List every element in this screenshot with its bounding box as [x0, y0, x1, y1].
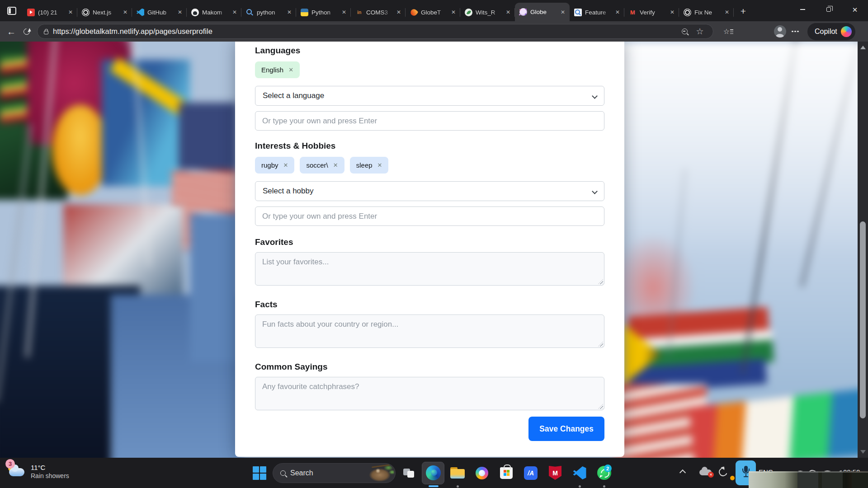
featuredoc-favicon-icon — [574, 9, 582, 16]
browser-tab[interactable]: Globe✕ — [515, 3, 570, 21]
zoom-out-button[interactable] — [677, 24, 692, 39]
tab-close-icon[interactable]: ✕ — [450, 9, 457, 16]
tab-close-icon[interactable]: ✕ — [560, 9, 566, 16]
tab-title: python — [257, 9, 283, 16]
browser-tab[interactable]: (10) 21✕ — [23, 3, 77, 21]
copilot-label: Copilot — [815, 28, 837, 36]
tab-actions-button[interactable] — [3, 2, 21, 20]
browser-toolbar: ← https://globetalkatm.netlify.app/pages… — [0, 21, 868, 42]
taskbar-app-a-button[interactable]: /A — [519, 462, 542, 484]
sync-status-dot — [730, 476, 735, 480]
tab-close-icon[interactable]: ✕ — [286, 9, 292, 16]
star-icon: ☆ — [696, 27, 703, 36]
close-button[interactable]: ✕ — [842, 0, 868, 19]
favorites-textarea[interactable] — [255, 252, 604, 286]
new-tab-button[interactable]: + — [736, 4, 751, 19]
taskbar-mcafee-button[interactable]: M — [544, 462, 566, 484]
copilot-button[interactable]: Copilot — [807, 23, 855, 40]
browser-tab[interactable]: Wits_R✕ — [460, 3, 515, 21]
tab-actions-icon — [7, 7, 16, 15]
weather-temperature: 11°C — [31, 463, 69, 472]
browser-tab[interactable]: python✕ — [241, 3, 296, 21]
taskbar-vscode-button[interactable] — [568, 462, 591, 484]
refresh-button[interactable] — [19, 24, 34, 39]
sync-icon[interactable] — [717, 466, 729, 478]
scroll-down-arrow-icon[interactable] — [860, 450, 866, 454]
tab-close-icon[interactable]: ✕ — [231, 9, 238, 16]
tab-close-icon[interactable]: ✕ — [67, 9, 74, 16]
browser-tab[interactable]: Fix Ne✕ — [679, 3, 734, 21]
taskbar-edge-button[interactable] — [422, 462, 444, 484]
tab-close-icon[interactable]: ✕ — [505, 9, 511, 16]
taskbar-whatsapp-button[interactable]: 2 — [593, 462, 615, 484]
open-app-dot — [457, 485, 459, 488]
scrollbar-thumb[interactable] — [860, 221, 866, 418]
microsoft-store-icon — [500, 467, 513, 479]
settings-menu-button[interactable] — [788, 24, 803, 39]
sayings-textarea[interactable] — [255, 377, 604, 410]
save-changes-button[interactable]: Save Changes — [528, 417, 604, 441]
remove-tag-icon[interactable]: ✕ — [283, 162, 288, 168]
search-highlight-image — [368, 464, 394, 483]
refresh-icon — [22, 27, 31, 36]
profile-button[interactable] — [772, 24, 788, 39]
maximize-button[interactable] — [816, 0, 842, 19]
search-favicon-icon — [246, 9, 254, 16]
facts-textarea[interactable] — [255, 314, 604, 348]
leaf-favicon-icon — [465, 9, 472, 16]
tab-close-icon[interactable]: ✕ — [396, 9, 402, 16]
tab-close-icon[interactable]: ✕ — [669, 9, 675, 16]
tab-title: Wits_R — [476, 9, 502, 16]
task-view-button[interactable] — [397, 462, 420, 484]
onedrive-icon[interactable]: ✕ — [699, 469, 712, 475]
url-text[interactable]: https://globetalkatm.netlify.app/pages/u… — [53, 27, 677, 36]
browser-tab[interactable]: Makom✕ — [187, 3, 241, 21]
language-select-value: Select a language — [263, 91, 324, 100]
weather-widget[interactable]: 3 11°C Rain showers — [7, 462, 69, 481]
start-button[interactable] — [248, 462, 271, 484]
language-custom-input[interactable] — [255, 111, 604, 131]
tab-title: Python — [311, 9, 338, 16]
windows-logo-icon — [253, 466, 266, 480]
remove-tag-icon[interactable]: ✕ — [288, 67, 293, 73]
screen: (10) 21✕Next.js✕GitHub✕Makom✕python✕Pyth… — [0, 0, 868, 488]
vertical-scrollbar[interactable] — [858, 42, 868, 458]
favorite-button[interactable]: ☆ — [692, 24, 708, 39]
mcafee-shield-icon: M — [549, 466, 561, 480]
hobby-tags: rugby✕soccer\✕sleep✕ — [255, 157, 604, 174]
tab-title: Fix Ne — [694, 9, 721, 16]
browser-tab[interactable]: Next.js✕ — [77, 3, 132, 21]
tab-close-icon[interactable]: ✕ — [177, 9, 183, 16]
browser-tab[interactable]: Verify✕ — [624, 3, 679, 21]
remove-tag-icon[interactable]: ✕ — [377, 162, 382, 168]
tray-chevron-up-icon[interactable] — [679, 469, 686, 476]
taskbar-explorer-button[interactable] — [446, 462, 469, 484]
tab-title: (10) 21 — [38, 9, 64, 16]
hobby-custom-input[interactable] — [255, 206, 604, 226]
language-select[interactable]: Select a language — [255, 86, 604, 106]
taskbar-search[interactable]: Search — [273, 463, 396, 483]
browser-tab[interactable]: GlobeT✕ — [406, 3, 460, 21]
browser-tab[interactable]: Python✕ — [296, 3, 351, 21]
browser-tab[interactable]: inCOMS3✕ — [351, 3, 406, 21]
tab-close-icon[interactable]: ✕ — [614, 9, 621, 16]
tab-close-icon[interactable]: ✕ — [341, 9, 347, 16]
favorites-bar-button[interactable]: ☆ — [719, 24, 734, 39]
back-button[interactable]: ← — [4, 24, 19, 39]
taskbar-copilot-button[interactable] — [471, 462, 493, 484]
hobby-select[interactable]: Select a hobby — [255, 181, 604, 201]
hobby-tag: rugby✕ — [255, 157, 294, 174]
browser-tab[interactable]: GitHub✕ — [132, 3, 187, 21]
address-bar[interactable]: https://globetalkatm.netlify.app/pages/u… — [37, 24, 713, 39]
tab-close-icon[interactable]: ✕ — [724, 9, 730, 16]
browser-tab[interactable]: Feature✕ — [570, 3, 624, 21]
scroll-up-arrow-icon[interactable] — [860, 46, 866, 49]
taskbar-store-button[interactable] — [495, 462, 518, 484]
remove-tag-icon[interactable]: ✕ — [333, 162, 338, 168]
openai-favicon-icon — [684, 9, 691, 16]
tab-close-icon[interactable]: ✕ — [122, 9, 128, 16]
minimize-button[interactable] — [789, 0, 816, 19]
openai-favicon-icon — [82, 9, 90, 16]
window-controls: ✕ — [789, 0, 868, 19]
back-icon: ← — [7, 27, 16, 36]
